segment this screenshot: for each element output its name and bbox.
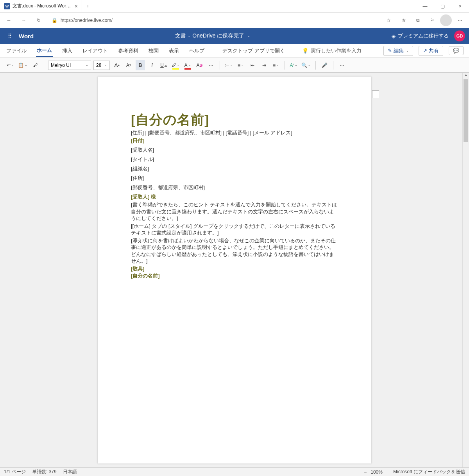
tab-references[interactable]: 参考資料 bbox=[117, 45, 139, 57]
tab-view[interactable]: 表示 bbox=[168, 45, 180, 57]
bold-button[interactable]: B bbox=[136, 60, 145, 70]
edit-button[interactable]: ✎ 編集 ⌄ bbox=[383, 46, 413, 56]
document-content[interactable]: [自分の名前] [住所] | [郵便番号、都道府県、市区町村] | [電話番号]… bbox=[131, 111, 338, 279]
tab-layout[interactable]: レイアウト bbox=[82, 45, 109, 57]
save-status: OneDrive に保存完了 bbox=[192, 32, 244, 39]
pencil-icon: ✎ bbox=[388, 48, 392, 54]
page[interactable]: [自分の名前] [住所] | [郵便番号、都道府県、市区町村] | [電話番号]… bbox=[98, 77, 371, 463]
align-button[interactable]: ≡⌄ bbox=[271, 60, 281, 70]
zoom-out-button[interactable]: − bbox=[364, 469, 367, 475]
comment-icon: 💬 bbox=[453, 48, 459, 54]
close-button[interactable]: × bbox=[451, 0, 469, 13]
zoom-level[interactable]: 100% bbox=[371, 469, 383, 475]
doc-org[interactable]: [組織名] bbox=[131, 165, 338, 172]
maximize-button[interactable]: ▢ bbox=[434, 0, 451, 13]
tab-insert[interactable]: 挿入 bbox=[61, 45, 73, 57]
scroll-up-icon[interactable]: ▴ bbox=[463, 73, 469, 79]
share-label: 共有 bbox=[429, 47, 439, 54]
browser-menu-icon[interactable]: ⋯ bbox=[454, 14, 466, 26]
tab-home[interactable]: ホーム bbox=[36, 45, 53, 57]
doc-date[interactable]: [日付] bbox=[131, 137, 338, 144]
italic-button[interactable]: I bbox=[147, 60, 157, 70]
doc-job-title[interactable]: [タイトル] bbox=[131, 156, 338, 163]
minimize-button[interactable]: — bbox=[416, 0, 434, 13]
refresh-button[interactable]: ↻ bbox=[33, 14, 45, 26]
doc-signature[interactable]: [自分の名前] bbox=[131, 272, 338, 279]
undo-button[interactable]: ↶⌄ bbox=[5, 60, 15, 70]
font-name-select[interactable]: Meiryo UI⌄ bbox=[48, 61, 91, 70]
doc-info-line[interactable]: [住所] | [郵便番号、都道府県、市区町村] | [電話番号] | [メール … bbox=[131, 130, 338, 136]
word-header: ⠿ Word 文書 - OneDrive に保存完了 ⌄ ◈ プレミアムに移行す… bbox=[0, 28, 469, 44]
forward-button[interactable]: → bbox=[18, 14, 30, 26]
diamond-icon: ◈ bbox=[392, 33, 396, 39]
tell-me-placeholder: 実行したい作業を入力 bbox=[311, 47, 362, 54]
tab-review[interactable]: 校閲 bbox=[148, 45, 159, 57]
bullets-button[interactable]: ≔⌄ bbox=[224, 60, 234, 70]
doc-addr[interactable]: [住所] bbox=[131, 175, 338, 182]
increase-font-button[interactable]: A▴ bbox=[112, 60, 122, 70]
extensions-icon[interactable]: ⚐ bbox=[426, 14, 438, 26]
tab-close-icon[interactable]: × bbox=[75, 3, 78, 9]
font-size-select[interactable]: 28⌄ bbox=[93, 61, 110, 70]
status-language[interactable]: 日本語 bbox=[63, 469, 77, 475]
doc-title[interactable]: [自分の名前] bbox=[131, 111, 338, 129]
open-in-desktop[interactable]: デスクトップ アプリで開く bbox=[222, 45, 286, 57]
status-word-count[interactable]: 単語数: 379 bbox=[32, 469, 57, 475]
address-bar[interactable]: 🔒 https://onedrive.live.com/ ☆ bbox=[48, 15, 395, 26]
decrease-indent-button[interactable]: ⇤ bbox=[248, 60, 257, 70]
doc-closing[interactable]: [敬具] bbox=[131, 265, 338, 272]
status-page[interactable]: 1/1 ページ bbox=[4, 469, 26, 475]
decrease-font-button[interactable]: A▾ bbox=[124, 60, 133, 70]
doc-para-1[interactable]: [書く準備ができたら、このヒント テキストを選んで入力を開始してください。テキス… bbox=[131, 201, 338, 222]
browser-chrome: ← → ↻ 🔒 https://onedrive.live.com/ ☆ ✮ ⧉… bbox=[0, 13, 469, 28]
app-launcher-icon[interactable]: ⠿ bbox=[4, 33, 16, 39]
doc-postal[interactable]: [郵便番号、都道府県、市区町村] bbox=[131, 184, 338, 191]
clear-formatting-button[interactable]: A⌀ bbox=[195, 60, 204, 70]
feedback-link[interactable]: Microsoft にフィードバックを送信 bbox=[393, 469, 465, 475]
tab-help[interactable]: ヘルプ bbox=[188, 45, 205, 57]
premium-link[interactable]: ◈ プレミアムに移行する bbox=[392, 32, 449, 39]
word-brand[interactable]: Word bbox=[19, 33, 34, 39]
tab-file[interactable]: ファイル bbox=[5, 45, 27, 57]
lock-icon: 🔒 bbox=[52, 18, 57, 23]
premium-label: プレミアムに移行する bbox=[398, 32, 449, 39]
share-button[interactable]: ↗ 共有 bbox=[419, 46, 443, 56]
comments-button[interactable]: 💬 bbox=[449, 46, 464, 55]
numbering-button[interactable]: ≡⌄ bbox=[236, 60, 245, 70]
paste-button[interactable]: 📋⌄ bbox=[17, 60, 28, 70]
doc-recipient-name[interactable]: [受取人名] bbox=[131, 147, 338, 154]
increase-indent-button[interactable]: ⇥ bbox=[260, 60, 269, 70]
favorites-icon[interactable]: ✮ bbox=[398, 14, 410, 26]
share-icon: ↗ bbox=[423, 48, 427, 54]
new-tab-button[interactable]: + bbox=[82, 4, 94, 9]
font-color-button[interactable]: A⌄ bbox=[183, 60, 192, 70]
dictate-button[interactable]: 🎤 bbox=[320, 60, 329, 70]
doc-para-3[interactable]: [添え状に何を書けばよいかわからない場合、なぜこの企業に向いているのか、またその… bbox=[131, 237, 338, 265]
tell-me-search[interactable]: 💡 実行したい作業を入力 bbox=[302, 47, 362, 54]
find-button[interactable]: 🔍⌄ bbox=[301, 60, 311, 70]
toolbar-more-button[interactable]: ⋯ bbox=[337, 60, 347, 70]
scroll-thumb[interactable] bbox=[464, 79, 468, 142]
styles-button[interactable]: A⁄⌄ bbox=[289, 60, 298, 70]
back-button[interactable]: ← bbox=[3, 14, 15, 26]
doc-para-2[interactable]: [[ホーム] タブの [スタイル] グループをクリックするだけで、このレターに表… bbox=[131, 223, 338, 236]
status-bar: 1/1 ページ 単語数: 379 日本語 − 100% + Microsoft … bbox=[0, 467, 469, 476]
format-painter-button[interactable]: 🖌 bbox=[30, 60, 40, 70]
browser-tab[interactable]: W 文書.docx - Microsoft Word Onli × bbox=[0, 0, 82, 12]
lightbulb-icon: 💡 bbox=[302, 48, 308, 54]
more-font-button[interactable]: ⋯ bbox=[206, 60, 216, 70]
ribbon-tabs: ファイル ホーム 挿入 レイアウト 参考資料 校閲 表示 ヘルプ デスクトップ … bbox=[0, 44, 469, 58]
window-controls: — ▢ × bbox=[416, 0, 469, 13]
browser-avatar[interactable] bbox=[440, 14, 452, 26]
zoom-in-button[interactable]: + bbox=[387, 469, 389, 475]
doc-salutation[interactable]: [受取人] 様 bbox=[131, 193, 338, 200]
user-avatar[interactable]: GD bbox=[454, 30, 465, 41]
collections-icon[interactable]: ⧉ bbox=[412, 14, 424, 26]
vertical-scrollbar[interactable]: ▴ bbox=[462, 73, 469, 467]
favorite-star-icon[interactable]: ☆ bbox=[387, 18, 391, 23]
document-title-area[interactable]: 文書 - OneDrive に保存完了 ⌄ bbox=[34, 32, 392, 39]
font-name: Meiryo UI bbox=[51, 63, 71, 68]
underline-button[interactable]: U⌄ bbox=[159, 60, 168, 70]
font-size: 28 bbox=[96, 63, 101, 68]
highlight-button[interactable]: 🖊⌄ bbox=[171, 60, 181, 70]
